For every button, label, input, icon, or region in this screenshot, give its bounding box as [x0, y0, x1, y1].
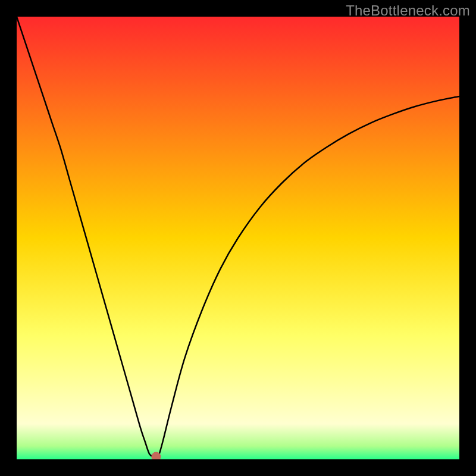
plot-area — [17, 17, 459, 459]
watermark-text: TheBottleneck.com — [346, 2, 470, 19]
chart-svg — [17, 17, 459, 459]
chart-frame: TheBottleneck.com — [0, 0, 476, 476]
